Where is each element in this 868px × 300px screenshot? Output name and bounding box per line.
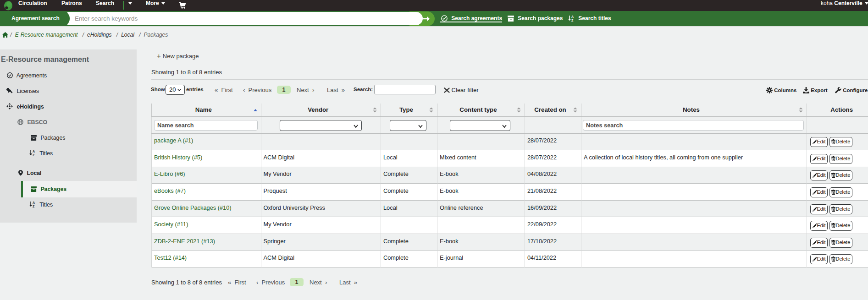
svg-text:Z: Z [33, 205, 35, 207]
svg-text:Z: Z [33, 153, 35, 156]
svg-text:Z: Z [571, 18, 574, 21]
svg-text:A: A [33, 150, 35, 153]
svg-text:A: A [571, 15, 574, 18]
svg-text:A: A [33, 201, 35, 204]
